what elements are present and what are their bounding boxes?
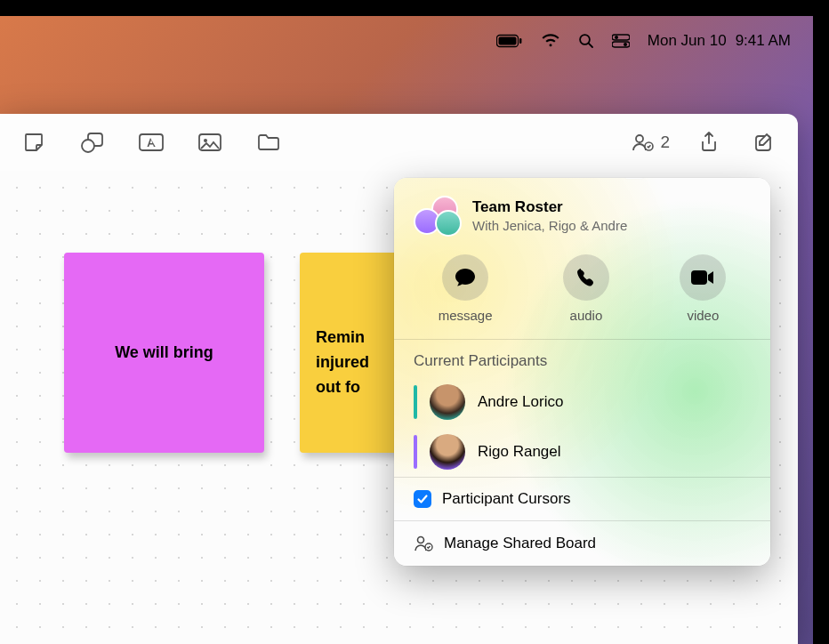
sticky-note-purple[interactable]: We will bring [64, 253, 264, 453]
manage-shared-board-button[interactable]: Manage Shared Board [394, 520, 770, 566]
action-label: audio [570, 308, 603, 323]
svg-point-8 [624, 43, 627, 46]
manage-collab-icon [414, 534, 433, 553]
action-label: message [439, 308, 493, 323]
message-icon [442, 254, 488, 301]
svg-line-4 [588, 43, 592, 46]
sticky-text: We will bring [115, 343, 213, 362]
control-center-icon[interactable] [612, 34, 630, 48]
popover-title: Team Roster [472, 198, 627, 216]
phone-icon [563, 254, 609, 301]
audio-button[interactable]: audio [563, 254, 609, 323]
sticky-note-icon[interactable] [18, 126, 50, 158]
video-button[interactable]: video [680, 254, 726, 323]
avatar [430, 384, 465, 420]
cursor-indicator [414, 385, 417, 419]
participant-row[interactable]: Rigo Rangel [394, 427, 770, 477]
checkbox-checked-icon [414, 490, 431, 508]
svg-point-6 [615, 36, 618, 39]
popover-actions: message audio video [394, 249, 770, 340]
svg-rect-11 [140, 134, 163, 150]
cursor-indicator [414, 435, 417, 469]
svg-point-13 [204, 139, 207, 142]
share-icon[interactable] [693, 126, 725, 158]
collaborate-button[interactable]: 2 [632, 133, 670, 152]
popover-arrow [625, 178, 643, 181]
shapes-icon[interactable] [76, 126, 109, 158]
menubar-date: Mon Jun 10 [648, 32, 727, 50]
svg-point-18 [418, 537, 424, 543]
participant-name: Andre Lorico [478, 393, 563, 411]
svg-rect-17 [691, 270, 707, 285]
folder-icon[interactable] [253, 126, 285, 158]
popover-subtitle: With Jenica, Rigo & Andre [472, 218, 627, 233]
battery-icon[interactable] [496, 34, 523, 48]
wifi-icon[interactable] [541, 34, 560, 48]
participants-section-label: Current Participants [394, 340, 770, 377]
avatar [430, 434, 465, 470]
participant-cursors-toggle[interactable]: Participant Cursors [394, 477, 770, 520]
collab-count-value: 2 [660, 133, 670, 152]
menubar-time: 9:41 AM [736, 32, 791, 50]
device-frame-right [813, 0, 829, 644]
collaboration-popover: Team Roster With Jenica, Rigo & Andre me… [394, 178, 770, 566]
participant-row[interactable]: Andre Lorico [394, 377, 770, 427]
image-icon[interactable] [194, 126, 226, 158]
popover-header: Team Roster With Jenica, Rigo & Andre [394, 194, 770, 249]
svg-point-14 [636, 135, 643, 142]
text-box-icon[interactable] [135, 126, 167, 158]
sticky-text: Remin​ injured out fo [316, 326, 369, 400]
svg-rect-1 [498, 36, 516, 44]
menubar: Mon Jun 10 9:41 AM [0, 16, 816, 65]
avatar-stack [414, 196, 460, 235]
participant-name: Rigo Rangel [478, 443, 561, 461]
row-label: Manage Shared Board [444, 535, 596, 552]
action-label: video [687, 308, 719, 323]
toolbar: 2 [0, 114, 798, 171]
device-frame-top [0, 0, 829, 16]
compose-icon[interactable] [748, 126, 780, 158]
row-label: Participant Cursors [442, 490, 571, 508]
spotlight-icon[interactable] [578, 33, 594, 49]
svg-point-10 [82, 140, 94, 152]
message-button[interactable]: message [439, 254, 493, 323]
svg-rect-2 [519, 38, 521, 44]
video-icon [680, 254, 726, 301]
menubar-datetime[interactable]: Mon Jun 10 9:41 AM [648, 32, 791, 50]
